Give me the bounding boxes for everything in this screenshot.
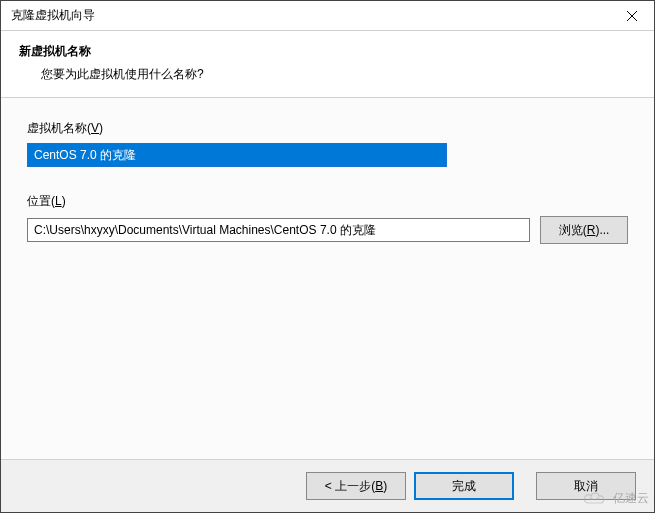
wizard-header: 新虚拟机名称 您要为此虚拟机使用什么名称? <box>1 31 654 98</box>
vm-name-label: 虚拟机名称(V) <box>27 120 628 137</box>
window-title: 克隆虚拟机向导 <box>11 7 95 24</box>
location-row: 浏览(R)... <box>27 216 628 244</box>
titlebar: 克隆虚拟机向导 <box>1 1 654 31</box>
location-group: 位置(L) 浏览(R)... <box>27 193 628 244</box>
page-title: 新虚拟机名称 <box>19 43 636 60</box>
page-subtitle: 您要为此虚拟机使用什么名称? <box>19 66 636 83</box>
close-button[interactable] <box>609 1 654 30</box>
vm-name-group: 虚拟机名称(V) <box>27 120 628 167</box>
cancel-button[interactable]: 取消 <box>536 472 636 500</box>
browse-button[interactable]: 浏览(R)... <box>540 216 628 244</box>
wizard-content: 虚拟机名称(V) 位置(L) 浏览(R)... <box>1 98 654 459</box>
wizard-window: 克隆虚拟机向导 新虚拟机名称 您要为此虚拟机使用什么名称? 虚拟机名称(V) 位… <box>0 0 655 513</box>
finish-button[interactable]: 完成 <box>414 472 514 500</box>
back-button[interactable]: < 上一步(B) <box>306 472 406 500</box>
vm-name-input[interactable] <box>27 143 447 167</box>
wizard-footer: < 上一步(B) 完成 取消 <box>1 459 654 512</box>
location-label: 位置(L) <box>27 193 628 210</box>
close-icon <box>627 11 637 21</box>
location-input[interactable] <box>27 218 530 242</box>
